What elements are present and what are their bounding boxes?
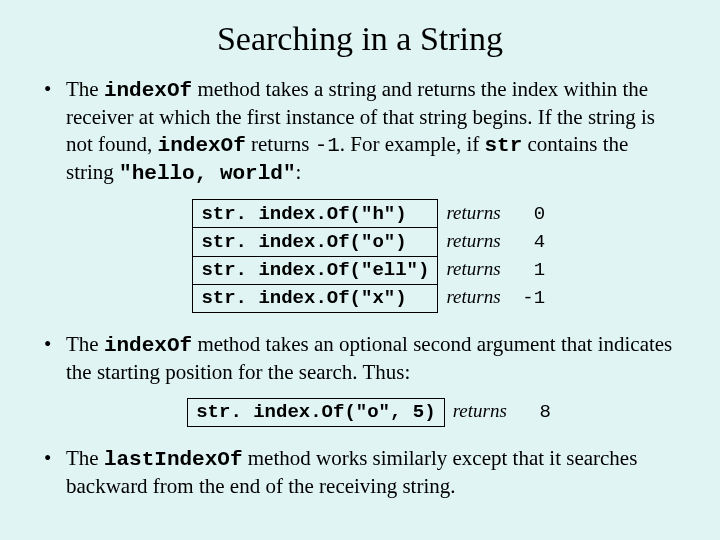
table-row: str. index.Of("ell") returns 1 — [193, 256, 553, 284]
slide: Searching in a String The indexOf method… — [0, 0, 720, 540]
text: The — [66, 332, 104, 356]
code-indexof: indexOf — [104, 79, 192, 102]
example-call: str. index.Of("x") — [193, 284, 438, 312]
example-call: str. index.Of("o", 5) — [188, 398, 444, 426]
code-indexof: indexOf — [104, 334, 192, 357]
bullet-3: The lastIndexOf method works similarly e… — [40, 445, 680, 500]
example-call: str. index.Of("ell") — [193, 256, 438, 284]
table-row: str. index.Of("o") returns 4 — [193, 228, 553, 256]
example-return: 4 — [509, 228, 553, 256]
example-return: 8 — [515, 398, 559, 426]
bullet-1: The indexOf method takes a string and re… — [40, 76, 680, 313]
text: . For example, if — [340, 132, 485, 156]
example-return: 1 — [509, 256, 553, 284]
example-block-2: str. index.Of("o", 5) returns 8 — [187, 398, 559, 427]
returns-label: returns — [438, 228, 509, 256]
code-indexof: indexOf — [158, 134, 246, 157]
returns-label: returns — [438, 284, 509, 312]
example-table-1: str. index.Of("h") returns 0 str. index.… — [192, 199, 553, 313]
example-return: -1 — [509, 284, 553, 312]
table-row: str. index.Of("h") returns 0 — [193, 200, 553, 228]
bullet-2: The indexOf method takes an optional sec… — [40, 331, 680, 427]
text: returns — [246, 132, 315, 156]
example-table-2: str. index.Of("o", 5) returns 8 — [187, 398, 559, 427]
text: : — [296, 160, 302, 184]
text: The — [66, 77, 104, 101]
bullet-list: The indexOf method takes a string and re… — [40, 76, 680, 499]
returns-label: returns — [438, 256, 509, 284]
example-block-1: str. index.Of("h") returns 0 str. index.… — [192, 199, 553, 313]
returns-label: returns — [438, 200, 509, 228]
code-hello-world: "hello, world" — [119, 162, 295, 185]
example-call: str. index.Of("h") — [193, 200, 438, 228]
code-lastindexof: lastIndexOf — [104, 448, 243, 471]
code-str: str — [484, 134, 522, 157]
example-call: str. index.Of("o") — [193, 228, 438, 256]
table-row: str. index.Of("o", 5) returns 8 — [188, 398, 559, 426]
text: The — [66, 446, 104, 470]
table-row: str. index.Of("x") returns -1 — [193, 284, 553, 312]
returns-label: returns — [444, 398, 515, 426]
code-minus-one: -1 — [315, 134, 340, 157]
example-return: 0 — [509, 200, 553, 228]
page-title: Searching in a String — [40, 20, 680, 58]
